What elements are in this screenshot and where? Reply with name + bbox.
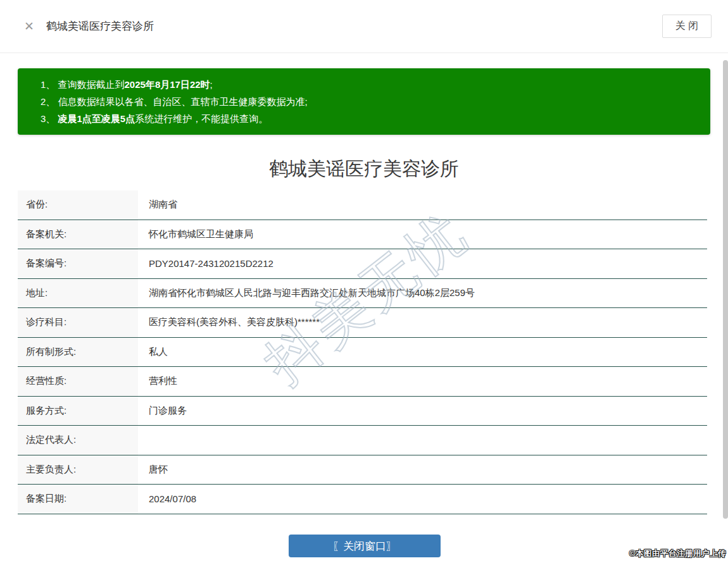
clinic-info-table: 省份: 湖南省 备案机关: 怀化市鹤城区卫生健康局 备案编号: PDY20147… [18, 190, 707, 514]
table-row-business-nature: 经营性质: 营利性 [18, 367, 707, 397]
table-row-province: 省份: 湖南省 [18, 190, 707, 220]
table-row-medical-subjects: 诊疗科目: 医疗美容科(美容外科、美容皮肤科)****** [18, 308, 707, 338]
row-label: 备案日期: [18, 485, 138, 514]
notice-line-2: 2、 信息数据结果以各省、自治区、直辖市卫生健康委数据为准; [41, 93, 698, 110]
notice-line-3: 3、 凌晨1点至凌晨5点系统进行维护，不能提供查询。 [41, 110, 698, 127]
close-x-icon[interactable]: ✕ [24, 20, 34, 32]
notice-text: 2、 信息数据结果以各省、自治区、直辖市卫生健康委数据为准; [41, 96, 308, 107]
table-row-ownership-form: 所有制形式: 私人 [18, 338, 707, 368]
topbar-title: 鹤城美谣医疗美容诊所 [46, 19, 154, 34]
row-label: 所有制形式: [18, 338, 138, 367]
row-label: 服务方式: [18, 397, 138, 426]
close-button[interactable]: 关 闭 [662, 15, 712, 38]
table-row-filing-number: 备案编号: PDY20147-243120215D2212 [18, 249, 707, 279]
row-value: PDY20147-243120215D2212 [138, 249, 707, 278]
table-row-service-mode: 服务方式: 门诊服务 [18, 397, 707, 426]
row-value: 医疗美容科(美容外科、美容皮肤科)****** [138, 308, 707, 337]
page-title: 鹤城美谣医疗美容诊所 [0, 156, 728, 182]
corner-copyright-watermark: ©本图由平台注册用户上传 [629, 548, 726, 559]
table-row-filing-date: 备案日期: 2024/07/08 [18, 485, 707, 514]
row-value: 怀化市鹤城区卫生健康局 [138, 220, 707, 249]
notice-box: 1、 查询数据截止到2025年8月17日22时; 2、 信息数据结果以各省、自治… [18, 68, 710, 135]
row-label: 诊疗科目: [18, 308, 138, 337]
notice-text: 1、 查询数据截止到 [41, 79, 125, 90]
row-value: 2024/07/08 [138, 485, 707, 514]
close-window-button[interactable]: 〖关闭窗口〗 [289, 535, 441, 557]
row-value: 湖南省怀化市鹤城区人民北路与迎丰西路交汇处新天地城市广场40栋2层259号 [138, 279, 707, 308]
notice-text-bold: 2025年8月17日22时 [125, 79, 210, 90]
row-label: 经营性质: [18, 367, 138, 396]
row-label: 备案机关: [18, 220, 138, 249]
table-row-main-person-in-charge: 主要负责人: 唐怀 [18, 455, 707, 485]
table-row-address: 地址: 湖南省怀化市鹤城区人民北路与迎丰西路交汇处新天地城市广场40栋2层259… [18, 279, 707, 309]
notice-text: ; [210, 79, 213, 90]
notice-line-1: 1、 查询数据截止到2025年8月17日22时; [41, 76, 698, 93]
row-value [138, 426, 707, 455]
row-value: 私人 [138, 338, 707, 367]
row-value: 门诊服务 [138, 397, 707, 426]
row-value: 营利性 [138, 367, 707, 396]
row-label: 省份: [18, 190, 138, 220]
vertical-scrollbar-thumb[interactable] [723, 60, 728, 519]
row-label: 法定代表人: [18, 426, 138, 455]
row-label: 主要负责人: [18, 455, 138, 485]
notice-text: 3、 [41, 113, 58, 124]
row-value: 湖南省 [138, 190, 707, 220]
row-label: 备案编号: [18, 249, 138, 278]
table-row-legal-representative: 法定代表人: [18, 426, 707, 455]
topbar: ✕ 鹤城美谣医疗美容诊所 关 闭 [0, 0, 728, 53]
notice-text-bold: 凌晨1点至凌晨5点 [58, 113, 135, 124]
row-label: 地址: [18, 279, 138, 308]
row-value: 唐怀 [138, 455, 707, 485]
notice-text: 系统进行维护，不能提供查询。 [135, 113, 268, 124]
table-row-filing-authority: 备案机关: 怀化市鹤城区卫生健康局 [18, 220, 707, 250]
